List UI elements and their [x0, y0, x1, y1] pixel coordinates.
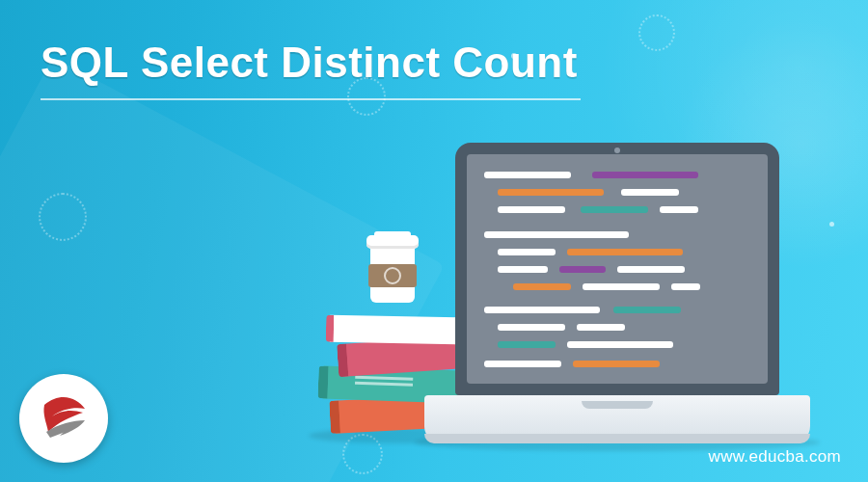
website-url: www.educba.com	[709, 447, 841, 467]
code-line	[484, 231, 629, 238]
code-line	[484, 361, 561, 367]
code-line	[498, 189, 604, 196]
sparkle-dot-icon	[829, 222, 834, 227]
code-line	[671, 283, 700, 290]
dotted-ring-icon	[638, 14, 675, 51]
cup-sleeve	[368, 264, 417, 287]
code-line	[581, 206, 648, 213]
code-line	[498, 249, 556, 255]
sql-server-icon	[33, 388, 95, 449]
code-line	[592, 172, 698, 178]
webcam-icon	[614, 147, 620, 153]
code-line	[567, 249, 683, 255]
code-line	[621, 189, 679, 196]
title-underline	[41, 98, 581, 100]
code-line	[498, 266, 548, 273]
code-line	[577, 324, 625, 331]
page-title: SQL Select Distinct Count	[41, 39, 578, 87]
code-line	[498, 206, 565, 213]
sql-server-logo-badge	[19, 374, 108, 463]
dotted-ring-icon	[39, 193, 87, 241]
code-line	[513, 283, 571, 290]
laptop-screen	[467, 154, 768, 384]
code-line	[573, 361, 660, 367]
code-line	[498, 341, 556, 348]
code-line	[567, 341, 673, 348]
coffee-cup-illustration	[366, 231, 419, 310]
code-line	[484, 172, 571, 178]
code-line	[583, 283, 660, 290]
cup-lid-top	[374, 231, 411, 239]
laptop-screen-frame	[455, 143, 779, 395]
code-line	[613, 307, 681, 313]
code-line	[484, 307, 600, 313]
code-line	[559, 266, 606, 273]
code-line	[498, 324, 565, 331]
code-line	[660, 206, 698, 213]
code-line	[617, 266, 685, 273]
laptop-illustration	[424, 143, 810, 443]
laptop-keyboard	[424, 395, 810, 443]
hero-banner: SQL Select Distinct Count	[0, 0, 868, 482]
